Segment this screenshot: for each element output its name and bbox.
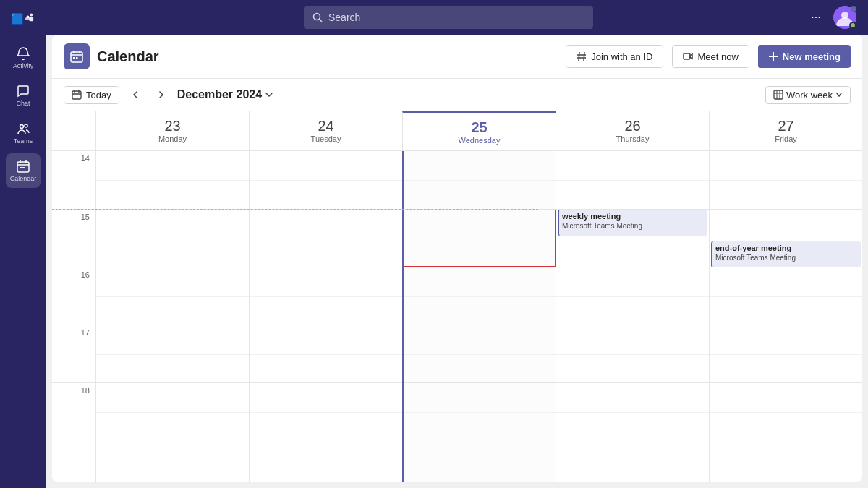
end-of-year-title: end-of-year meeting [715,243,858,253]
calendar-grid: 23 Monday 24 Tuesday 25 Wednesday 26 Thu… [52,111,862,482]
meet-now-button[interactable]: Meet now [672,45,749,68]
next-week-button[interactable] [151,85,171,105]
slot-wed-16[interactable] [404,267,556,325]
day-col-tue [249,151,402,482]
chevron-right-icon [158,91,165,98]
sidebar-activity-label: Activity [13,62,34,69]
slot-fri-17[interactable] [710,325,862,382]
slot-tue-16[interactable] [250,267,402,325]
day-name-wed: Wednesday [459,136,501,145]
day-name-fri: Friday [775,134,797,143]
weekly-meeting-event[interactable]: weekly meeting Microsoft Teams Meeting [558,210,707,236]
calendar-icon-bg [64,43,90,69]
slot-thu-16[interactable] [556,267,709,325]
teams-logo[interactable]: 🟦 [10,6,36,32]
slot-tue-18[interactable] [250,382,402,440]
new-meeting-button[interactable]: New meeting [758,45,851,68]
more-options-btn[interactable]: ··· [804,6,827,29]
time-label-14: 14 [52,151,95,209]
time-label-16: 16 [52,267,95,325]
slot-mon-14[interactable] [96,151,249,209]
slot-mon-15[interactable] [96,209,249,267]
end-of-year-meeting-event[interactable]: end-of-year meeting Microsoft Teams Meet… [711,241,861,267]
day-header-fri: 27 Friday [709,111,862,150]
calendar-title: Calendar [97,48,159,65]
svg-point-4 [25,124,27,127]
slot-wed-14[interactable] [404,151,556,209]
slot-wed-17[interactable] [404,325,556,382]
svg-rect-7 [22,167,25,168]
day-col-mon [95,151,249,482]
slot-mon-17[interactable] [96,325,249,382]
weekly-meeting-title: weekly meeting [562,211,705,221]
slot-thu-18[interactable] [556,382,709,440]
slot-mon-16[interactable] [96,267,249,325]
day-col-fri: end-of-year meeting Microsoft Teams Meet… [709,151,862,482]
slot-tue-15[interactable] [250,209,402,267]
sidebar-chat-label: Chat [16,100,30,107]
view-week-icon [773,90,783,100]
view-selector[interactable]: Work week [765,86,851,104]
day-num-27: 27 [778,117,793,134]
video-icon [683,51,693,61]
calendar-title-area: Calendar [64,43,159,69]
day-col-wed [402,151,556,482]
today-button[interactable]: Today [64,86,119,104]
time-label-15: 15 [52,209,95,267]
svg-rect-23 [774,90,783,99]
slot-fri-16[interactable] [710,267,862,325]
svg-line-15 [579,52,579,61]
sidebar-item-calendar[interactable]: Calendar [6,153,41,188]
day-num-23: 23 [164,117,180,134]
slot-thu-17[interactable] [556,325,709,382]
topbar: Search ··· [46,0,868,35]
month-selector[interactable]: December 2024 [177,88,273,101]
prev-week-button[interactable] [125,85,145,105]
day-header-wed: 25 Wednesday [402,111,556,150]
svg-line-16 [584,52,584,61]
plus-icon [768,51,778,61]
chevron-down-icon [265,90,273,99]
main-content: Search ··· [46,0,868,488]
calendar-nav: Today December 2024 [52,79,862,111]
weekly-meeting-subtitle: Microsoft Teams Meeting [562,221,705,231]
day-header-mon: 23 Monday [95,111,249,150]
slot-thu-14[interactable] [556,151,709,209]
svg-rect-13 [73,57,75,59]
calendar-content: Calendar Join with an ID Meet now [52,35,862,482]
slot-wed-15[interactable] [404,209,556,267]
svg-rect-14 [76,57,78,59]
user-avatar[interactable] [833,6,856,29]
slot-tue-14[interactable] [250,151,402,209]
day-header-tue: 24 Tuesday [249,111,402,150]
sidebar-item-chat[interactable]: Chat [6,78,41,113]
hash-icon [576,51,587,61]
day-num-26: 26 [624,117,640,134]
svg-rect-22 [72,91,81,99]
slot-wed-18[interactable] [404,382,556,440]
end-of-year-subtitle: Microsoft Teams Meeting [715,253,858,262]
search-bar[interactable]: Search [304,6,593,29]
join-with-id-button[interactable]: Join with an ID [566,45,663,68]
time-label-17: 17 [52,325,95,382]
slot-mon-18[interactable] [96,382,249,440]
days-header: 23 Monday 24 Tuesday 25 Wednesday 26 Thu… [52,111,862,151]
slot-fri-14[interactable] [710,151,862,209]
topbar-actions: ··· [804,6,856,29]
day-name-thu: Thursday [616,134,650,143]
chevron-down-view-icon [835,91,843,98]
sidebar-item-teams[interactable]: Teams [6,116,41,150]
svg-point-8 [314,14,320,20]
sidebar-calendar-label: Calendar [10,175,37,182]
sidebar-item-activity[interactable]: Activity [6,40,41,75]
search-icon [312,12,323,22]
slot-tue-17[interactable] [250,325,402,382]
svg-rect-19 [684,53,690,59]
time-label-18: 18 [52,382,95,440]
slot-thu-15[interactable]: weekly meeting Microsoft Teams Meeting [556,209,709,267]
calendar-header: Calendar Join with an ID Meet now [52,35,862,79]
time-col-spacer [52,111,95,150]
slot-fri-18[interactable] [710,382,862,440]
day-name-tue: Tuesday [311,134,341,143]
slot-fri-15[interactable]: end-of-year meeting Microsoft Teams Meet… [710,209,862,267]
